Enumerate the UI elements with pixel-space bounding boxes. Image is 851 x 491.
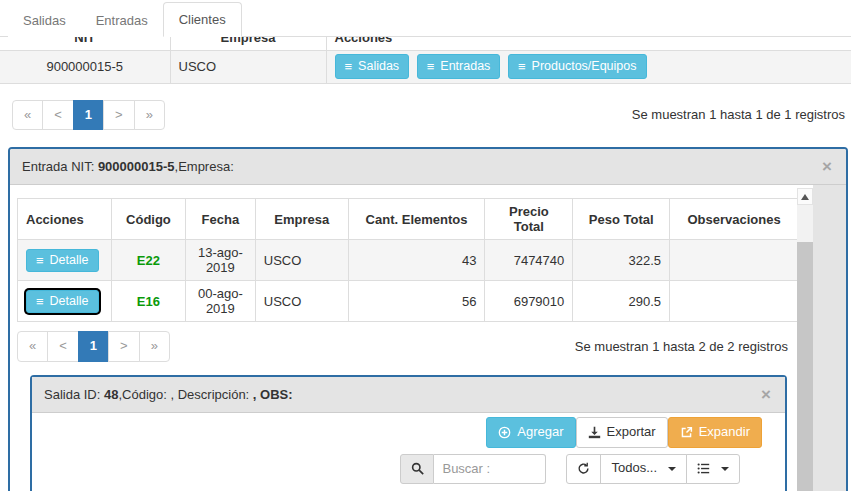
search-group [400, 454, 546, 484]
close-icon[interactable]: × [822, 157, 832, 177]
client-row: 900000015-5 USCO ≡ Salidas ≡ Entradas ≡ … [0, 50, 851, 83]
refresh-button[interactable] [566, 454, 601, 484]
entradas-table: Acciones Código Fecha Empresa Cant. Elem… [17, 198, 799, 322]
entrada-panel-header: Entrada NIT: 900000015-5,Empresa: × [10, 149, 846, 186]
entrada-pagination: « < 1 > » [17, 331, 170, 361]
agregar-button[interactable]: Agregar [486, 417, 575, 447]
clients-table-wrapper: NIT Empresa Acciones 900000015-5 USCO ≡ … [0, 37, 851, 84]
plus-circle-icon [498, 426, 511, 439]
search-input[interactable] [434, 454, 546, 484]
scrollbar-track[interactable] [797, 188, 813, 491]
col-cant-elementos: Cant. Elementos [348, 199, 485, 240]
entrada-empresa: USCO [255, 240, 348, 281]
entrada-fecha: 13-ago-2019 [185, 240, 255, 281]
agregar-button-label: Agregar [517, 425, 563, 439]
page-last-button[interactable]: » [139, 331, 170, 361]
page-next-button[interactable]: > [103, 100, 135, 130]
entrada-precio: 7474740 [485, 240, 573, 281]
panel-side-area [813, 185, 846, 491]
salida-panel-header: Salida ID: 48,Código: , Descripción: , O… [32, 377, 785, 414]
entrada-actions: ≡ Detalle [18, 240, 112, 281]
client-nit: 900000015-5 [0, 50, 170, 83]
entrada-pagination-row: « < 1 > » Se muestran 1 hasta 2 de 2 reg… [17, 331, 788, 361]
tab-entradas[interactable]: Entradas [81, 4, 163, 37]
menu-icon: ≡ [36, 295, 44, 308]
page-1-button[interactable]: 1 [73, 100, 104, 130]
col-observaciones: Observaciones [670, 199, 799, 240]
col-codigo: Código [111, 199, 185, 240]
app-screen: Salidas Entradas Clientes NIT Empresa Ac… [0, 0, 851, 491]
salida-toolbar: Agregar Exportar Expandir [46, 417, 762, 447]
search-button[interactable] [400, 454, 434, 484]
salida-panel-body: Agregar Exportar Expandir [32, 413, 785, 491]
exportar-button-label: Exportar [607, 425, 656, 439]
productos-equipos-button[interactable]: ≡ Productos/Equipos [508, 54, 647, 80]
list-icon [697, 462, 710, 475]
col-acciones: Acciones [18, 199, 112, 240]
search-icon [411, 462, 424, 475]
page-first-button[interactable]: « [17, 331, 48, 361]
page-last-button[interactable]: » [134, 100, 165, 130]
entrada-panel: Entrada NIT: 900000015-5,Empresa: × Acci… [8, 147, 848, 491]
entrada-obs [670, 281, 799, 322]
tab-salidas[interactable]: Salidas [8, 4, 81, 37]
expandir-button[interactable]: Expandir [668, 417, 762, 447]
entrada-peso: 290.5 [573, 281, 670, 322]
export-icon [588, 426, 601, 439]
table-tools-group: Todos... [566, 454, 740, 484]
exportar-button[interactable]: Exportar [576, 417, 668, 447]
clients-col-nit: NIT [0, 37, 170, 50]
chevron-down-icon [721, 467, 729, 471]
salidas-button[interactable]: ≡ Salidas [335, 54, 410, 80]
clients-col-empresa: Empresa [170, 37, 326, 50]
client-actions: ≡ Salidas ≡ Entradas ≡ Productos/Equipos [326, 50, 851, 83]
page-prev-button[interactable]: < [42, 100, 74, 130]
productos-equipos-button-label: Productos/Equipos [532, 60, 637, 74]
entrada-actions: ≡ Detalle [18, 281, 112, 322]
clients-table: NIT Empresa Acciones 900000015-5 USCO ≡ … [0, 37, 851, 84]
entrada-peso: 322.5 [573, 240, 670, 281]
col-precio-total: Precio Total [485, 199, 573, 240]
todos-dropdown[interactable]: Todos... [600, 454, 687, 484]
page-first-button[interactable]: « [12, 100, 43, 130]
page-prev-button[interactable]: < [47, 331, 79, 361]
tab-bar: Salidas Entradas Clientes [0, 0, 851, 37]
entradas-button[interactable]: ≡ Entradas [417, 54, 501, 80]
detalle-button[interactable]: ≡ Detalle [26, 249, 99, 273]
entrada-fecha: 00-ago-2019 [185, 281, 255, 322]
scrollbar-up-icon[interactable] [797, 188, 813, 205]
detalle-button-label: Detalle [50, 254, 89, 268]
columns-dropdown[interactable] [686, 454, 740, 484]
clients-pagination: « < 1 > » [12, 100, 165, 130]
salidas-button-label: Salidas [358, 60, 399, 74]
scrollbar-thumb[interactable] [797, 242, 813, 491]
entrada-codigo: E16 [111, 281, 185, 322]
records-info: Se muestran 1 hasta 1 de 1 registros [632, 107, 845, 122]
records-info: Se muestran 1 hasta 2 de 2 registros [575, 339, 788, 354]
entrada-precio: 6979010 [485, 281, 573, 322]
menu-icon: ≡ [345, 60, 353, 73]
chevron-down-icon [668, 467, 676, 471]
entrada-codigo: E22 [111, 240, 185, 281]
entradas-button-label: Entradas [440, 60, 490, 74]
salida-panel-title: Salida ID: 48,Código: , Descripción: , O… [44, 387, 293, 402]
entrada-cant: 43 [348, 240, 485, 281]
entrada-obs [670, 240, 799, 281]
entrada-panel-body: Acciones Código Fecha Empresa Cant. Elem… [10, 185, 846, 491]
close-icon[interactable]: × [761, 385, 771, 405]
tab-clientes[interactable]: Clientes [163, 2, 242, 37]
menu-icon: ≡ [427, 60, 435, 73]
menu-icon: ≡ [518, 60, 526, 73]
salida-search-row: Todos... [46, 454, 762, 484]
entrada-row: ≡ Detalle E22 13-ago-2019 USCO 43 747474… [18, 240, 799, 281]
detalle-button-label: Detalle [50, 295, 89, 309]
page-next-button[interactable]: > [108, 331, 140, 361]
detalle-button-focused[interactable]: ≡ Detalle [26, 290, 99, 314]
col-fecha: Fecha [185, 199, 255, 240]
entrada-empresa: USCO [255, 281, 348, 322]
refresh-icon [577, 462, 590, 475]
col-empresa: Empresa [255, 199, 348, 240]
clients-pagination-row: « < 1 > » Se muestran 1 hasta 1 de 1 reg… [12, 100, 845, 130]
page-1-button[interactable]: 1 [78, 331, 109, 361]
entrada-cant: 56 [348, 281, 485, 322]
